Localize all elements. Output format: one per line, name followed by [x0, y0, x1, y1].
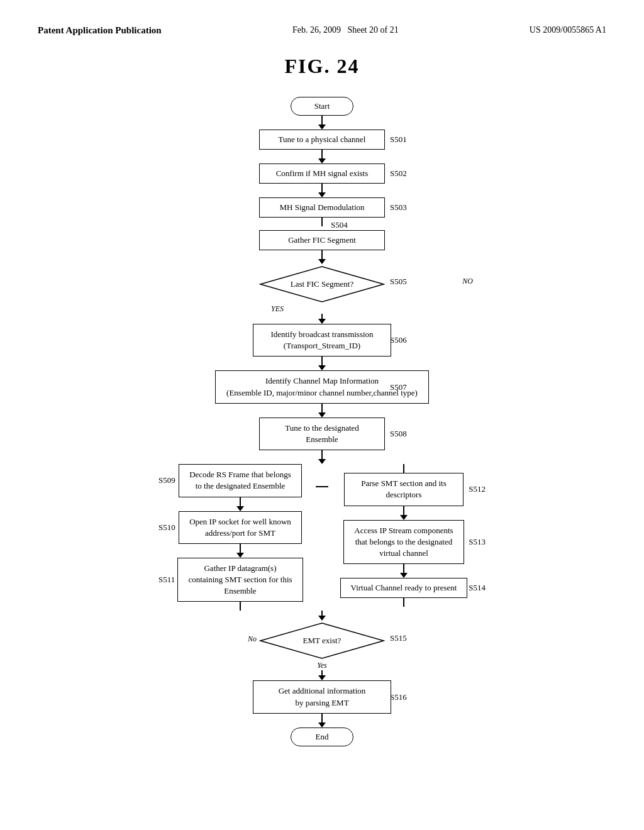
arrowhead-8: [318, 412, 326, 418]
s515-label: S515: [390, 633, 407, 643]
s506-box: Identify broadcast transmission (Transpo…: [253, 324, 391, 357]
flowchart: Start Tune to a physical channel S501 Co…: [108, 97, 536, 746]
s513-label: S513: [469, 537, 486, 547]
s508-step: Tune to the designated Ensemble S508: [108, 418, 536, 450]
s515-step: EMT exist? S515 No: [108, 621, 536, 661]
arrowhead-3: [318, 192, 326, 197]
s509-label: S509: [158, 475, 175, 485]
s512-label: S512: [469, 484, 486, 494]
s512-box: Parse SMT section and its descriptors: [344, 473, 464, 506]
s511-label: S511: [158, 575, 175, 585]
arrow-2: [321, 150, 323, 158]
s509-step: S509 Decode RS Frame that belongs to the…: [158, 464, 322, 497]
s514-step: Virtual Channel ready to present S514: [322, 578, 486, 598]
figure-title: FIG. 24: [38, 55, 606, 78]
start-step: Start: [108, 97, 536, 116]
s505-no-label: NO: [462, 277, 473, 286]
s512-step: Parse SMT section and its descriptors S5…: [322, 473, 486, 506]
page: Patent Application Publication Feb. 26, …: [0, 0, 644, 830]
s514-label: S514: [469, 583, 486, 593]
arrow-8: [321, 404, 323, 412]
s501-label: S501: [390, 135, 407, 145]
end-step: End: [108, 728, 536, 746]
s516-box: Get additional information by parsing EM…: [253, 680, 391, 713]
s503-box: MH Signal Demodulation: [259, 197, 385, 218]
s505-yes-label: YES: [271, 304, 284, 314]
arrow-6: [321, 314, 323, 319]
s504-step-label-inline: S504: [331, 220, 348, 230]
arrowhead-5: [318, 259, 326, 264]
s502-box: Confirm if MH signal exists: [259, 163, 385, 184]
s516-step: Get additional information by parsing EM…: [108, 680, 536, 713]
s515-yes-label: Yes: [317, 661, 327, 670]
s513-box: Access IP Stream components that belongs…: [343, 520, 464, 565]
s503-step: MH Signal Demodulation S503: [108, 197, 536, 218]
s502-step: Confirm if MH signal exists S502: [108, 163, 536, 184]
svg-text:EMT exist?: EMT exist?: [303, 636, 341, 645]
page-header: Patent Application Publication Feb. 26, …: [38, 25, 606, 36]
arrow-1: [321, 116, 323, 124]
s508-box: Tune to the designated Ensemble: [259, 418, 385, 450]
header-center: Feb. 26, 2009 Sheet 20 of 21: [292, 25, 399, 35]
arrowhead-7: [318, 365, 326, 370]
s501-step: Tune to a physical channel S501: [108, 130, 536, 150]
s505-label: S505: [390, 277, 407, 287]
s510-label: S510: [158, 523, 175, 533]
arrow-7: [321, 357, 323, 365]
s501-box: Tune to a physical channel: [259, 130, 385, 150]
right-column: Parse SMT section and its descriptors S5…: [322, 464, 486, 611]
svg-text:Last FIC Segment?: Last FIC Segment?: [291, 279, 354, 289]
header-left: Patent Application Publication: [38, 25, 162, 36]
s510-box: Open IP socket for well known address/po…: [179, 511, 302, 544]
s505-diamond: Last FIC Segment?: [259, 265, 385, 303]
s511-box: Gather IP datagram(s) containing SMT sec…: [177, 558, 303, 602]
s509-box: Decode RS Frame that belongs to the desi…: [179, 464, 302, 497]
end-terminal: End: [291, 728, 353, 746]
s516-label: S516: [390, 692, 407, 702]
arrow-9: [321, 450, 323, 459]
s513-step: Access IP Stream components that belongs…: [322, 520, 486, 565]
arrowhead-2: [318, 158, 326, 163]
left-column: S509 Decode RS Frame that belongs to the…: [158, 464, 322, 611]
s505-step: Last FIC Segment? S505 NO: [108, 264, 536, 304]
s507-label: S507: [390, 382, 407, 392]
s514-box: Virtual Channel ready to present: [340, 578, 468, 598]
arrowhead-9: [318, 459, 326, 464]
s508-label: S508: [390, 429, 407, 439]
flowchart-container: Start Tune to a physical channel S501 Co…: [38, 97, 606, 746]
s503-label: S503: [390, 202, 407, 213]
s515-no-label: No: [248, 634, 257, 644]
s515-diamond: EMT exist?: [259, 622, 385, 660]
s504-box: Gather FIC Segment: [259, 230, 385, 250]
parallel-section: S509 Decode RS Frame that belongs to the…: [108, 464, 536, 611]
s506-label: S506: [390, 335, 407, 345]
header-right: US 2009/0055865 A1: [530, 25, 606, 35]
s507-step: Identify Channel Map Information (Ensemb…: [108, 370, 536, 403]
s510-step: S510 Open IP socket for well known addre…: [158, 511, 322, 544]
arrow-4: [321, 218, 323, 226]
start-terminal: Start: [291, 97, 353, 116]
s502-label: S502: [390, 169, 407, 179]
s511-step: S511 Gather IP datagram(s) containing SM…: [158, 558, 322, 602]
arrow-3: [321, 184, 323, 192]
arrowhead-6: [318, 319, 326, 324]
arrowhead-1: [318, 124, 326, 130]
arrow-5: [321, 250, 323, 259]
s504-step: Gather FIC Segment: [108, 230, 536, 250]
s506-step: Identify broadcast transmission (Transpo…: [108, 324, 536, 357]
